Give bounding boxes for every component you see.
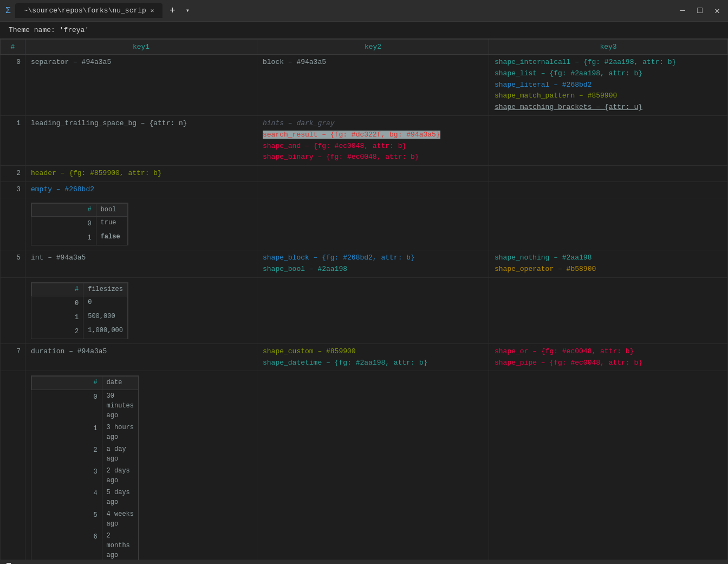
tab-active[interactable]: ~\source\repos\forks\nu_scrip ✕ <box>15 3 163 18</box>
filesizes-mini-table: # filesizes 0 0 1 <box>31 282 128 339</box>
row-key2: block – #94a3a5 <box>257 55 489 116</box>
row-key2: shape_custom – #859900 shape_datetime – … <box>257 343 489 371</box>
shape-block-label: shape_block – {fg: #268bd2, attr: b} <box>263 254 415 262</box>
table-row: 2 header – {fg: #859900, attr: b} <box>1 166 728 182</box>
mini-table-bool-header: bool <box>96 203 127 216</box>
row-num <box>1 277 25 343</box>
row-key3 <box>489 166 728 182</box>
row-key2 <box>257 277 489 343</box>
mini-row-val: 5 days ago <box>102 487 138 508</box>
minimize-button[interactable]: ─ <box>677 5 688 16</box>
row-key1: separator – #94a3a5 <box>25 55 257 116</box>
mini-row-val: a day ago <box>102 443 138 465</box>
row-key3 <box>489 277 728 343</box>
row-key3 <box>489 181 728 198</box>
shape-binary-label: shape_binary – {fg: #ec0048, attr: b} <box>263 153 419 161</box>
mini-row-num: 2 <box>32 443 102 465</box>
col-header-num: # <box>1 40 25 55</box>
mini-table-row: 0 true <box>32 216 128 231</box>
row-num <box>1 198 25 250</box>
row-num: 0 <box>1 55 25 116</box>
row-key3 <box>489 198 728 250</box>
shape-and-label: shape_and – {fg: #ec0048, attr: b} <box>263 142 406 150</box>
row-key1-filesizes: # filesizes 0 0 1 <box>25 277 257 343</box>
shape-nothing-label: shape_nothing – #2aa198 <box>495 254 592 262</box>
bool-mini-table: # bool 0 true 1 <box>31 203 128 245</box>
new-tab-button[interactable]: + <box>167 5 178 16</box>
table-header-row: # key1 key2 key3 <box>1 40 728 55</box>
table-row: 0 separator – #94a3a5 block – #94a3a5 sh… <box>1 55 728 116</box>
mini-table-row: 0 0 <box>32 296 128 310</box>
mini-table-row: 6 2 months ago <box>32 530 139 560</box>
mini-row-val: 500,000 <box>83 310 128 325</box>
row-key1-date: # date 0 30 minutes ago 1 <box>25 371 257 560</box>
shape-pipe-label: shape_pipe – {fg: #ec0048, attr: b} <box>495 359 642 367</box>
close-button[interactable]: ✕ <box>712 5 723 16</box>
mini-table-row: 2 1,000,000 <box>32 325 128 339</box>
hints-dark-gray-label: hints – dark_gray <box>263 119 335 127</box>
mini-row-num: 4 <box>32 487 102 508</box>
row-key3 <box>489 115 728 165</box>
table-row: 7 duration – #94a3a5 shape_custom – #859… <box>1 343 728 371</box>
row-key2 <box>257 166 489 182</box>
shape-matching-brackets-label: shape_matching_brackets – {attr: u} <box>495 103 642 111</box>
mini-row-num: 0 <box>32 296 83 310</box>
row-key2: hints – dark_gray search_result – {fg: #… <box>257 115 489 165</box>
table-row: # filesizes 0 0 1 <box>1 277 728 343</box>
mini-table-row: 4 5 days ago <box>32 487 139 508</box>
mini-table-row: 3 2 days ago <box>32 465 139 487</box>
mini-table-row: 1 3 hours ago <box>32 422 139 443</box>
mini-table-hash: # <box>32 283 83 296</box>
mini-row-num: 2 <box>32 325 83 339</box>
row-key1-bool: # bool 0 true 1 <box>25 198 257 250</box>
mini-row-num: 3 <box>32 465 102 487</box>
mini-row-num: 1 <box>32 310 83 325</box>
mini-table-row: 0 30 minutes ago <box>32 390 139 422</box>
titlebar: Σ ~\source\repos\forks\nu_scrip ✕ + ▾ ─ … <box>0 0 728 22</box>
data-table: # key1 key2 key3 0 separator – #94a3a5 b… <box>0 39 728 560</box>
mini-table-row: 1 500,000 <box>32 310 128 325</box>
row-key2: shape_block – {fg: #268bd2, attr: b} sha… <box>257 250 489 277</box>
row-key1: header – {fg: #859900, attr: b} <box>25 166 257 182</box>
mini-row-num: 6 <box>32 530 102 560</box>
table-row: # date 0 30 minutes ago 1 <box>1 371 728 560</box>
main-content: # key1 key2 key3 0 separator – #94a3a5 b… <box>0 39 728 560</box>
mini-row-val: 30 minutes ago <box>102 390 138 422</box>
row-key1: int – #94a3a5 <box>25 250 257 277</box>
mini-row-num: 0 <box>32 216 96 231</box>
mini-row-val: 0 <box>83 296 128 310</box>
table-row: 5 int – #94a3a5 shape_block – {fg: #268b… <box>1 250 728 277</box>
tab-dropdown-button[interactable]: ▾ <box>182 5 193 16</box>
tab-close-icon[interactable]: ✕ <box>151 7 154 14</box>
table-row: # bool 0 true 1 <box>1 198 728 250</box>
date-mini-table: # date 0 30 minutes ago 1 <box>31 375 139 560</box>
row-key3: shape_nothing – #2aa198 shape_operator –… <box>489 250 728 277</box>
row-key1: empty – #268bd2 <box>25 181 257 198</box>
mini-table-row: 2 a day ago <box>32 443 139 465</box>
row-num: 2 <box>1 166 25 182</box>
col-header-key2: key2 <box>257 40 489 55</box>
mini-row-true: true <box>96 216 127 231</box>
row-num <box>1 371 25 560</box>
search-result-label: search_result – {fg: #dc322f, bg: #94a3a… <box>263 131 440 139</box>
mini-row-val: 1,000,000 <box>83 325 128 339</box>
mini-row-val: 2 months ago <box>102 530 138 560</box>
row-key3: shape_or – {fg: #ec0048, attr: b} shape_… <box>489 343 728 371</box>
shape-or-label: shape_or – {fg: #ec0048, attr: b} <box>495 347 634 355</box>
mini-row-num: 1 <box>32 422 102 443</box>
mini-table-date-header: date <box>102 377 138 390</box>
row-num: 5 <box>1 250 25 277</box>
row-num: 1 <box>1 115 25 165</box>
shape-literal-label: shape_literal – #268bd2 <box>495 81 592 89</box>
shape-custom-label: shape_custom – #859900 <box>263 347 356 355</box>
row-key2 <box>257 198 489 250</box>
row-key3 <box>489 371 728 560</box>
mini-row-val: 4 weeks ago <box>102 508 138 530</box>
restore-button[interactable]: □ <box>694 5 705 16</box>
shape-operator-label: shape_operator – #b58900 <box>495 265 596 273</box>
tab-label: ~\source\repos\forks\nu_scrip <box>24 7 146 15</box>
table-row: 3 empty – #268bd2 <box>1 181 728 198</box>
shape-match-pattern-label: shape_match_pattern – #859900 <box>495 92 617 100</box>
row-key2 <box>257 371 489 560</box>
row-key1: leading_trailing_space_bg – {attr: n} <box>25 115 257 165</box>
